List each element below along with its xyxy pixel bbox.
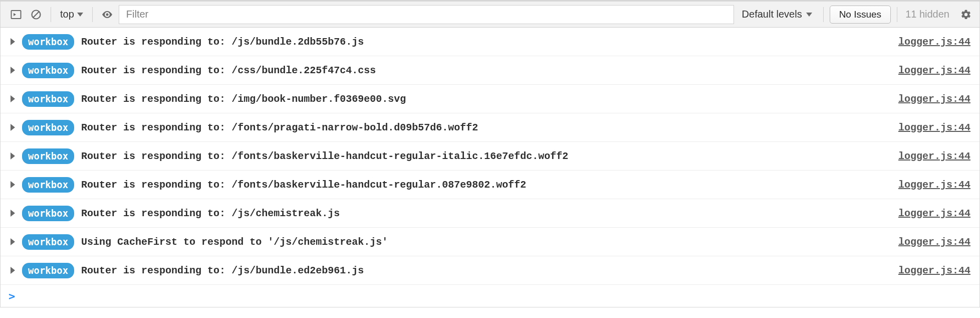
source-link[interactable]: logger.js:44 <box>898 150 970 162</box>
toolbar-divider <box>92 7 93 22</box>
workbox-badge: workbox <box>22 91 74 107</box>
disclosure-triangle-icon[interactable] <box>11 210 15 217</box>
source-link[interactable]: logger.js:44 <box>898 122 970 133</box>
workbox-badge: workbox <box>22 177 74 193</box>
source-link[interactable]: logger.js:44 <box>898 93 970 105</box>
log-message: Using CacheFirst to respond to '/js/chem… <box>81 236 898 248</box>
issues-button[interactable]: No Issues <box>830 6 891 24</box>
toolbar-divider <box>823 7 824 22</box>
live-expression-icon[interactable] <box>99 6 116 23</box>
console-toolbar: top Default levels No Issues 11 hidden <box>1 2 979 28</box>
disclosure-triangle-icon[interactable] <box>11 38 15 45</box>
workbox-badge: workbox <box>22 120 74 135</box>
source-link[interactable]: logger.js:44 <box>898 265 970 276</box>
log-row[interactable]: workboxRouter is responding to: /js/bund… <box>1 28 979 56</box>
chevron-down-icon <box>77 13 83 17</box>
source-link[interactable]: logger.js:44 <box>898 65 970 76</box>
disclosure-triangle-icon[interactable] <box>11 95 15 102</box>
disclosure-triangle-icon[interactable] <box>11 267 15 274</box>
log-row[interactable]: workboxRouter is responding to: /css/bun… <box>1 56 979 85</box>
source-link[interactable]: logger.js:44 <box>898 236 970 248</box>
workbox-badge: workbox <box>22 34 74 50</box>
toolbar-divider <box>51 7 51 22</box>
chevron-down-icon <box>806 13 812 17</box>
svg-marker-1 <box>14 13 16 16</box>
source-link[interactable]: logger.js:44 <box>898 36 970 48</box>
context-selector[interactable]: top <box>57 6 86 23</box>
log-levels-selector[interactable]: Default levels <box>737 9 817 20</box>
workbox-badge: workbox <box>22 234 74 250</box>
log-row[interactable]: workboxUsing CacheFirst to respond to '/… <box>1 228 979 256</box>
source-link[interactable]: logger.js:44 <box>898 208 970 219</box>
log-row[interactable]: workboxRouter is responding to: /img/boo… <box>1 85 979 113</box>
log-row[interactable]: workboxRouter is responding to: /js/bund… <box>1 256 979 285</box>
disclosure-triangle-icon[interactable] <box>11 152 15 160</box>
gear-icon[interactable] <box>957 6 974 23</box>
workbox-badge: workbox <box>22 148 74 164</box>
context-label: top <box>60 9 74 20</box>
source-link[interactable]: logger.js:44 <box>898 179 970 191</box>
clear-console-icon[interactable] <box>28 6 45 23</box>
filter-input[interactable] <box>119 5 734 24</box>
svg-line-3 <box>33 12 39 18</box>
log-row[interactable]: workboxRouter is responding to: /fonts/p… <box>1 113 979 142</box>
console-log-list: workboxRouter is responding to: /js/bund… <box>1 28 979 285</box>
workbox-badge: workbox <box>22 63 74 78</box>
log-message: Router is responding to: /css/bundle.225… <box>81 65 898 76</box>
disclosure-triangle-icon[interactable] <box>11 181 15 188</box>
log-levels-label: Default levels <box>742 9 802 20</box>
log-message: Router is responding to: /js/bundle.ed2e… <box>81 265 898 276</box>
log-row[interactable]: workboxRouter is responding to: /fonts/b… <box>1 171 979 199</box>
prompt-caret-icon: > <box>9 290 15 302</box>
log-row[interactable]: workboxRouter is responding to: /fonts/b… <box>1 142 979 171</box>
log-message: Router is responding to: /js/chemistreak… <box>81 208 898 219</box>
log-message: Router is responding to: /js/bundle.2db5… <box>81 36 898 48</box>
log-message: Router is responding to: /fonts/baskervi… <box>81 179 898 191</box>
disclosure-triangle-icon[interactable] <box>11 238 15 245</box>
console-prompt[interactable]: > <box>1 285 979 307</box>
disclosure-triangle-icon[interactable] <box>11 124 15 131</box>
toolbar-divider <box>897 7 897 22</box>
log-message: Router is responding to: /img/book-numbe… <box>81 93 898 105</box>
disclosure-triangle-icon[interactable] <box>11 67 15 74</box>
log-message: Router is responding to: /fonts/pragati-… <box>81 122 898 133</box>
log-message: Router is responding to: /fonts/baskervi… <box>81 150 898 162</box>
hidden-count[interactable]: 11 hidden <box>903 9 951 20</box>
workbox-badge: workbox <box>22 206 74 221</box>
toggle-sidebar-icon[interactable] <box>8 6 25 23</box>
workbox-badge: workbox <box>22 263 74 278</box>
log-row[interactable]: workboxRouter is responding to: /js/chem… <box>1 199 979 228</box>
